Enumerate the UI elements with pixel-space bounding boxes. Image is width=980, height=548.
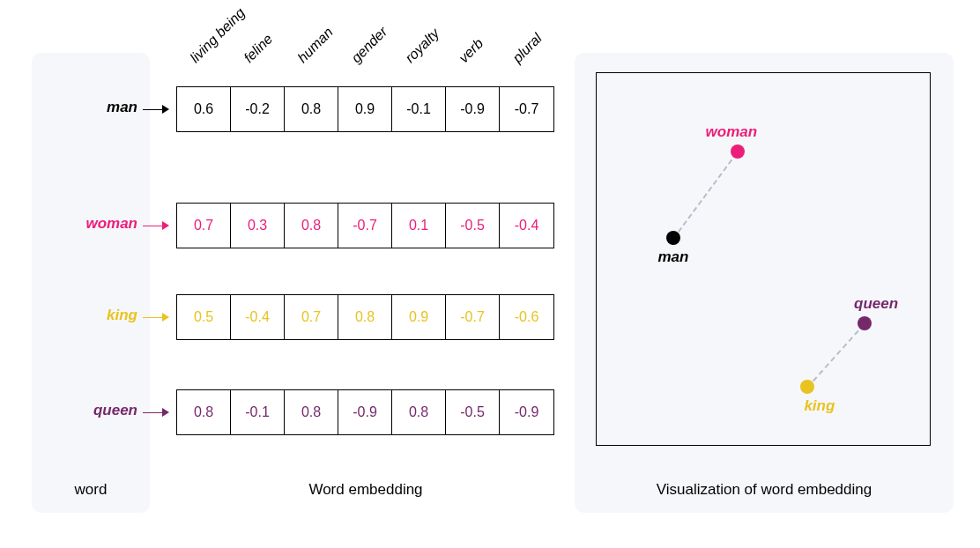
embedding-cell: -0.1 [392, 87, 446, 131]
embedding-cell: -0.5 [446, 204, 500, 248]
embedding-cell: 0.8 [285, 87, 338, 131]
embedding-cell: 0.1 [392, 204, 446, 248]
embedding-cell: -0.1 [231, 390, 285, 434]
dimension-header: gender [348, 24, 390, 66]
embedding-cell: 0.9 [338, 87, 392, 131]
embedding-cell: 0.6 [177, 87, 231, 131]
embedding-row: 0.6-0.20.80.9-0.1-0.9-0.7 [176, 86, 554, 132]
embedding-cell: 0.8 [285, 390, 338, 434]
dimension-header: feline [241, 31, 276, 66]
embedding-cell: -0.5 [446, 390, 500, 434]
embedding-cell: -0.9 [446, 87, 500, 131]
caption-embedding: Word embedding [176, 481, 555, 499]
embedding-cell: -0.7 [446, 295, 500, 339]
arrow-icon [143, 225, 169, 226]
embedding-cell: -0.7 [500, 87, 553, 131]
embedding-cell: -0.9 [500, 390, 553, 434]
scatter-point [731, 144, 745, 159]
word-label: woman [32, 215, 137, 233]
scatter-point [666, 231, 680, 245]
arrow-icon [143, 316, 169, 318]
embedding-cell: -0.4 [231, 295, 285, 339]
caption-word: word [32, 481, 150, 499]
embedding-cell: 0.9 [392, 295, 446, 339]
embedding-link [673, 152, 739, 239]
scatter-point-label: queen [854, 295, 898, 313]
dimension-header: royalty [402, 26, 442, 66]
scatter-point [858, 316, 872, 330]
embedding-cell: 0.8 [392, 390, 446, 434]
embedding-row: 0.70.30.8-0.70.1-0.5-0.4 [176, 203, 554, 248]
embedding-cell: 0.8 [338, 295, 392, 339]
embedding-cell: 0.8 [285, 204, 338, 248]
embedding-row: 0.8-0.10.8-0.90.8-0.5-0.9 [176, 389, 554, 435]
word-label: queen [32, 402, 137, 419]
word-label: man [32, 99, 137, 116]
scatter-point [800, 380, 814, 394]
dimension-headers: living beingfelinehumangenderroyaltyverb… [179, 0, 567, 79]
scatter-point-label: man [657, 248, 688, 266]
caption-viz: Visualization of word embedding [575, 481, 954, 499]
dimension-header: living being [187, 5, 248, 66]
dimension-header: human [294, 25, 336, 66]
embedding-cell: -0.4 [500, 204, 553, 248]
words-panel-bg [32, 53, 150, 513]
embedding-cell: -0.7 [338, 204, 392, 248]
embedding-cell: 0.5 [177, 295, 231, 339]
embedding-cell: 0.3 [231, 204, 285, 248]
embedding-cell: 0.7 [177, 204, 231, 248]
word-label: king [32, 307, 137, 324]
embedding-cell: -0.6 [500, 295, 553, 339]
embedding-row: 0.5-0.40.70.80.9-0.7-0.6 [176, 294, 554, 340]
arrow-icon [143, 108, 169, 110]
embedding-link [807, 323, 865, 388]
dimension-header: verb [456, 35, 486, 66]
scatter-point-label: king [804, 397, 835, 415]
embedding-cell: 0.7 [285, 295, 338, 339]
scatter-point-label: woman [706, 123, 758, 141]
embedding-cell: -0.2 [231, 87, 285, 131]
embedding-cell: 0.8 [177, 390, 231, 434]
embedding-scatter-plot: manwomankingqueen [596, 72, 931, 446]
embedding-cell: -0.9 [338, 390, 392, 434]
arrow-icon [143, 411, 169, 413]
dimension-header: plural [509, 31, 545, 66]
